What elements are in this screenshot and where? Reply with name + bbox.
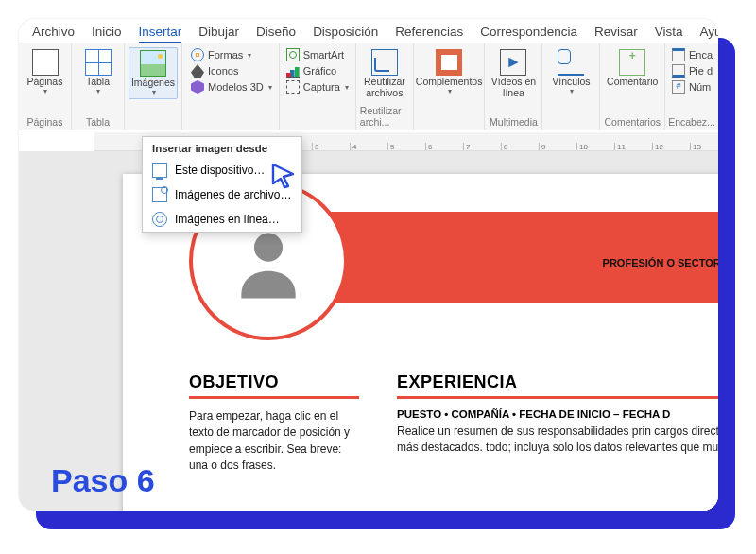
tab-design[interactable]: Diseño xyxy=(256,25,296,41)
device-label: Este dispositivo… xyxy=(175,164,265,177)
reuse-label: Reutilizar archivos xyxy=(362,76,407,98)
table-label: Tabla xyxy=(86,76,110,87)
group-label-reuse: Reutilizar archi... xyxy=(360,104,409,128)
group-label-media: Multimedia xyxy=(490,115,538,128)
addin-icon xyxy=(436,49,462,76)
cursor-icon xyxy=(270,163,297,189)
pages-label: Páginas xyxy=(27,76,63,87)
group-label-pages: Páginas xyxy=(27,115,63,128)
reuse-icon xyxy=(371,49,398,76)
dropdown-title: Insertar imagen desde xyxy=(143,137,301,158)
online-video-button[interactable]: Vídeos en línea xyxy=(489,47,538,100)
tab-layout[interactable]: Disposición xyxy=(313,25,378,41)
group-label-hdrftr: Encabez... xyxy=(668,115,715,128)
icons-button[interactable]: Iconos xyxy=(188,63,241,78)
page-icon xyxy=(32,49,59,76)
icons-icon xyxy=(191,64,204,78)
group-label-illustrations xyxy=(230,115,232,128)
group-label-comments: Comentarios xyxy=(604,115,661,128)
group-label-table: Tabla xyxy=(86,115,110,128)
pagenum-button[interactable]: Núm xyxy=(669,79,713,95)
device-icon xyxy=(152,163,167,178)
screenshot-icon xyxy=(286,80,300,94)
tab-help[interactable]: Ayuda xyxy=(700,25,718,41)
chevron-down-icon: ▾ xyxy=(43,87,47,95)
stock-image-icon xyxy=(152,187,167,202)
video-icon xyxy=(500,49,526,76)
group-label-illus2 xyxy=(316,115,318,128)
tab-references[interactable]: Referencias xyxy=(395,25,463,41)
reuse-files-button[interactable]: Reutilizar archivos xyxy=(360,47,409,100)
objective-heading[interactable]: OBJETIVO xyxy=(189,372,359,399)
pagenumber-icon xyxy=(672,80,685,94)
smartart-icon xyxy=(286,48,300,61)
online-label: Imágenes en línea… xyxy=(175,213,280,226)
experience-heading[interactable]: EXPERIENCIA xyxy=(397,372,718,399)
name-subtitle-1[interactable]: PROFESIÓN O SECTOR | VÍNCULO A OTRAS PRO xyxy=(435,256,718,270)
menu-tabs: Archivo Inicio Insertar Dibujar Diseño D… xyxy=(19,19,718,43)
header-icon xyxy=(672,48,685,61)
link-icon xyxy=(558,49,584,76)
header-button[interactable]: Enca xyxy=(669,47,715,62)
svg-point-0 xyxy=(254,234,283,262)
comment-icon xyxy=(619,49,645,76)
image-icon xyxy=(140,50,166,77)
insert-online-images[interactable]: Imágenes en línea… xyxy=(143,207,301,232)
name-block: SU NOM PROFESIÓN O SECTOR | VÍNCULO A OT… xyxy=(435,221,718,285)
tab-file[interactable]: Archivo xyxy=(32,25,75,41)
chevron-down-icon: ▾ xyxy=(570,87,574,95)
screenshot-button[interactable]: Captura▾ xyxy=(284,79,352,95)
chevron-down-icon: ▾ xyxy=(448,87,452,95)
table-icon xyxy=(85,49,112,76)
ribbon: Páginas ▾ Páginas Tabla ▾ Tabla Imágenes… xyxy=(19,43,718,130)
footer-button[interactable]: Pie d xyxy=(669,63,715,78)
group-label-images xyxy=(152,115,155,128)
cube-3d-icon xyxy=(191,80,204,94)
tab-home[interactable]: Inicio xyxy=(92,25,122,41)
tab-view[interactable]: Vista xyxy=(655,25,683,41)
models3d-button[interactable]: Modelos 3D▾ xyxy=(188,79,275,95)
tab-draw[interactable]: Dibujar xyxy=(198,25,239,41)
links-label: Vínculos xyxy=(552,76,590,87)
links-button[interactable]: Vínculos ▾ xyxy=(546,47,595,97)
shapes-icon xyxy=(191,48,204,61)
document-viewport[interactable]: SU NOM PROFESIÓN O SECTOR | VÍNCULO A OT… xyxy=(19,151,718,511)
experience-text[interactable]: Realice un resumen de sus responsabilida… xyxy=(397,424,718,457)
chart-icon xyxy=(286,64,300,78)
tab-mail[interactable]: Correspondencia xyxy=(480,25,577,41)
footer-icon xyxy=(672,64,685,78)
images-button[interactable]: Imágenes ▾ xyxy=(129,47,178,99)
pages-button[interactable]: Páginas ▾ xyxy=(21,47,70,97)
name-heading[interactable]: SU NOM xyxy=(435,221,718,256)
name-subtitle-2[interactable]: LÍNEA: CARTERA, SITIO xyxy=(435,270,718,285)
table-button[interactable]: Tabla ▾ xyxy=(74,47,123,97)
chevron-down-icon: ▾ xyxy=(96,87,100,95)
tab-insert[interactable]: Insertar xyxy=(139,25,182,43)
chart-button[interactable]: Gráfico xyxy=(284,63,339,78)
online-image-icon xyxy=(152,212,167,227)
chevron-down-icon: ▾ xyxy=(152,88,156,96)
objective-text[interactable]: Para empezar, haga clic en el texto de m… xyxy=(189,408,359,475)
tab-review[interactable]: Revisar xyxy=(594,25,638,41)
shapes-button[interactable]: Formas▾ xyxy=(188,47,254,62)
group-label-addins xyxy=(448,115,451,128)
group-label-links xyxy=(570,115,573,128)
comment-button[interactable]: Comentario xyxy=(608,47,657,89)
step-caption: Paso 6 xyxy=(51,462,155,499)
video-label: Vídeos en línea xyxy=(490,76,536,98)
images-label: Imágenes xyxy=(131,77,175,88)
addins-label: Complementos xyxy=(416,76,483,87)
smartart-button[interactable]: SmartArt xyxy=(284,47,347,62)
comment-label: Comentario xyxy=(607,76,658,87)
addins-button[interactable]: Complementos ▾ xyxy=(424,47,473,97)
stock-label: Imágenes de archivo… xyxy=(175,188,291,201)
experience-line[interactable]: PUESTO • COMPAÑÍA • FECHA DE INICIO – FE… xyxy=(397,408,718,420)
